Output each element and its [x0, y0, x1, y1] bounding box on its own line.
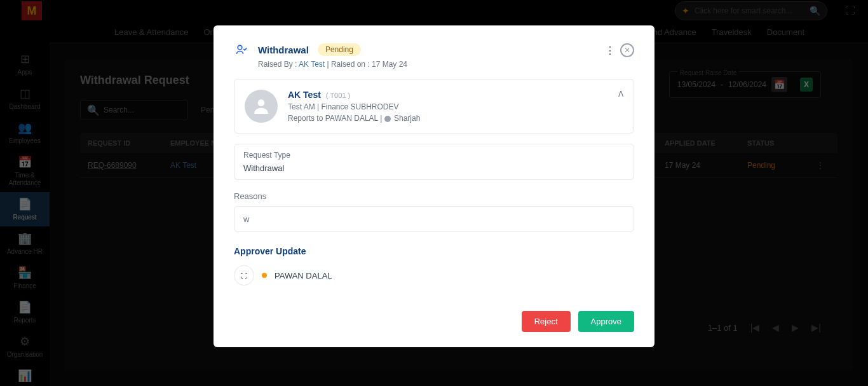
reject-button[interactable]: Reject — [522, 311, 571, 332]
reasons-value: w — [234, 206, 634, 232]
employee-reports: Reports to PAWAN DALAL | Sharjah — [288, 114, 623, 123]
modal-header: Withdrawal Pending Raised By : AK Test |… — [234, 43, 634, 69]
person-check-icon — [235, 43, 248, 59]
raised-by-name[interactable]: AK Test — [299, 60, 325, 69]
approver-title: Approver Update — [234, 246, 634, 256]
raised-on-date: 17 May 24 — [372, 60, 407, 69]
avatar — [245, 90, 278, 123]
svg-point-0 — [238, 45, 242, 50]
approver-row: ⛶ PAWAN DALAL — [234, 265, 634, 286]
approver-avatar: ⛶ — [234, 265, 254, 286]
employee-role: Test AM | Finance SUBHRODEV — [288, 102, 623, 111]
modal-subtitle: Raised By : AK Test | Raised on : 17 May… — [258, 60, 596, 69]
request-type-field: Request Type Withdrawal — [234, 144, 634, 180]
status-dot-icon — [262, 273, 267, 278]
modal-overlay[interactable]: Withdrawal Pending Raised By : AK Test |… — [0, 0, 868, 386]
reasons-label: Reasons — [234, 191, 634, 201]
close-icon[interactable]: ✕ — [620, 43, 634, 57]
chevron-up-icon[interactable]: ᐱ — [618, 90, 623, 99]
modal-footer: Reject Approve — [234, 311, 634, 332]
request-type-value: Withdrawal — [243, 163, 625, 173]
request-type-label: Request Type — [243, 151, 625, 160]
modal-title: Withdrawal — [258, 45, 309, 55]
approve-button[interactable]: Approve — [578, 311, 634, 332]
more-vert-icon[interactable]: ⋮ — [605, 45, 615, 57]
employee-code: ( T001 ) — [326, 92, 350, 99]
employee-name: AK Test — [288, 90, 321, 100]
status-badge: Pending — [318, 43, 361, 56]
approver-name: PAWAN DALAL — [275, 271, 332, 280]
location-icon — [384, 116, 391, 122]
withdrawal-modal: Withdrawal Pending Raised By : AK Test |… — [214, 25, 654, 347]
employee-card: AK Test ( T001 ) Test AM | Finance SUBHR… — [234, 79, 634, 134]
svg-point-1 — [258, 99, 265, 106]
